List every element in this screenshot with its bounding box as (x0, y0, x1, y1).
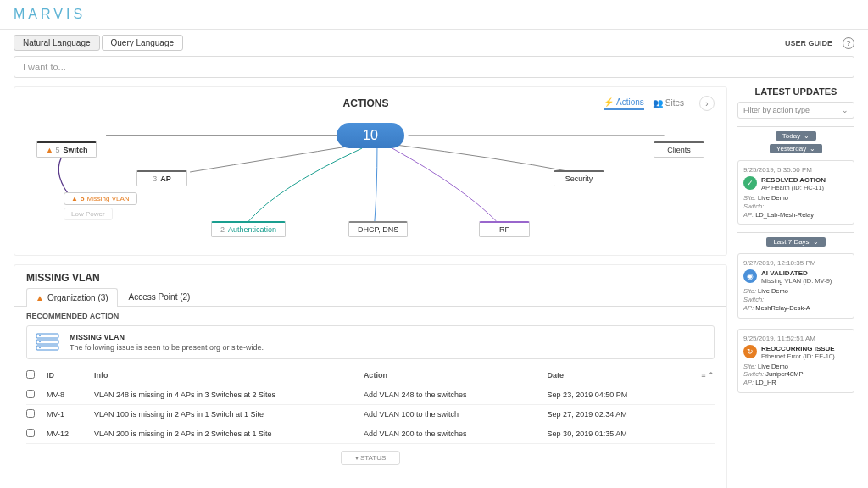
row-checkbox[interactable] (26, 409, 35, 418)
status-badge: ◉ (743, 269, 757, 283)
node-clients[interactable]: Clients (654, 141, 704, 158)
chevron-down-icon: ⌄ (842, 106, 849, 114)
view-actions[interactable]: ⚡ Actions (604, 97, 644, 110)
update-card[interactable]: 9/25/2019, 11:52:51 AM↻REOCCURRING ISSUE… (737, 329, 854, 393)
chip-today[interactable]: Today ⌄ (776, 131, 816, 141)
update-card[interactable]: 9/27/2019, 12:10:35 PM◉AI VALIDATEDMissi… (737, 253, 854, 318)
col-date[interactable]: Date (548, 371, 694, 380)
col-id[interactable]: ID (47, 371, 94, 380)
latest-updates-panel: LATEST UPDATES Filter by action type⌄ To… (737, 86, 854, 488)
tab-query-language[interactable]: Query Language (102, 35, 184, 51)
actions-title: ACTIONS (128, 97, 604, 109)
search-input[interactable]: I want to... (14, 56, 854, 78)
view-sites[interactable]: 👥 Sites (653, 98, 684, 109)
status-badge: ✓ (743, 176, 757, 190)
tab-organization[interactable]: ▲Organization (3) (26, 288, 118, 307)
brand-logo: MARVIS (14, 7, 854, 22)
chip-yesterday[interactable]: Yesterday ⌄ (770, 144, 822, 153)
row-checkbox[interactable] (26, 429, 35, 437)
actions-diagram: 10 ▲ 5Switch 3AP Clients Security 2Authe… (26, 111, 715, 247)
chevron-right-icon[interactable]: › (699, 96, 715, 111)
tab-access-point[interactable]: Access Point (2) (120, 287, 200, 306)
rec-title: MISSING VLAN (70, 333, 264, 341)
chip-last-7-days[interactable]: Last 7 Days ⌄ (766, 237, 825, 247)
server-icon (36, 333, 59, 352)
detail-panel: MISSING VLAN ▲Organization (3) Access Po… (14, 264, 727, 488)
svg-point-5 (39, 347, 41, 349)
table-row[interactable]: MV-12VLAN 200 is missing in 2 APs in 2 S… (26, 424, 715, 444)
issues-table: ID Info Action Date ≡ ⌃ MV-8VLAN 248 is … (26, 366, 715, 444)
user-guide-link[interactable]: USER GUIDE (785, 39, 832, 47)
rec-desc: The following issue is seen to be presen… (70, 343, 264, 352)
subnode-missing-vlan[interactable]: ▲5 Missing VLAN (64, 192, 137, 205)
svg-point-4 (39, 341, 41, 343)
row-checkbox[interactable] (26, 390, 35, 398)
recommended-action-header: RECOMMENDED ACTION (14, 307, 726, 325)
node-rf[interactable]: RF (479, 221, 530, 237)
columns-icon[interactable]: ≡ (701, 371, 705, 380)
detail-title: MISSING VLAN (14, 265, 726, 287)
recommended-action-box: MISSING VLAN The following issue is seen… (26, 325, 715, 359)
status-badge: ↻ (743, 345, 757, 358)
actions-count-pill[interactable]: 10 (337, 123, 404, 148)
latest-updates-title: LATEST UPDATES (737, 86, 854, 97)
select-all-checkbox[interactable] (26, 370, 35, 379)
node-authentication[interactable]: 2Authentication (211, 221, 286, 237)
update-card[interactable]: 9/25/2019, 5:35:00 PM✓RESOLVED ACTIONAP … (737, 160, 854, 225)
col-info[interactable]: Info (94, 371, 364, 380)
node-security[interactable]: Security (554, 170, 604, 186)
node-dhcp-dns[interactable]: DHCP, DNS (348, 221, 408, 237)
status-button[interactable]: ▾ STATUS (341, 451, 400, 465)
svg-point-3 (39, 336, 41, 337)
tab-natural-language[interactable]: Natural Language (14, 35, 100, 51)
actions-panel: ACTIONS ⚡ Actions 👥 Sites › (14, 86, 727, 256)
subnode-low-power[interactable]: Low Power (64, 208, 113, 220)
filter-action-type[interactable]: Filter by action type⌄ (737, 102, 854, 119)
table-row[interactable]: MV-1VLAN 100 is missing in 2 APs in 1 Sw… (26, 405, 715, 424)
node-switch[interactable]: ▲ 5Switch (36, 141, 97, 158)
table-row[interactable]: MV-8VLAN 248 is missing in 4 APs in 3 Sw… (26, 385, 715, 405)
language-tabs: Natural Language Query Language (14, 35, 183, 51)
collapse-icon[interactable]: ⌃ (708, 371, 715, 380)
help-icon[interactable]: ? (843, 37, 854, 49)
col-action[interactable]: Action (364, 371, 548, 380)
node-ap[interactable]: 3AP (136, 170, 187, 186)
